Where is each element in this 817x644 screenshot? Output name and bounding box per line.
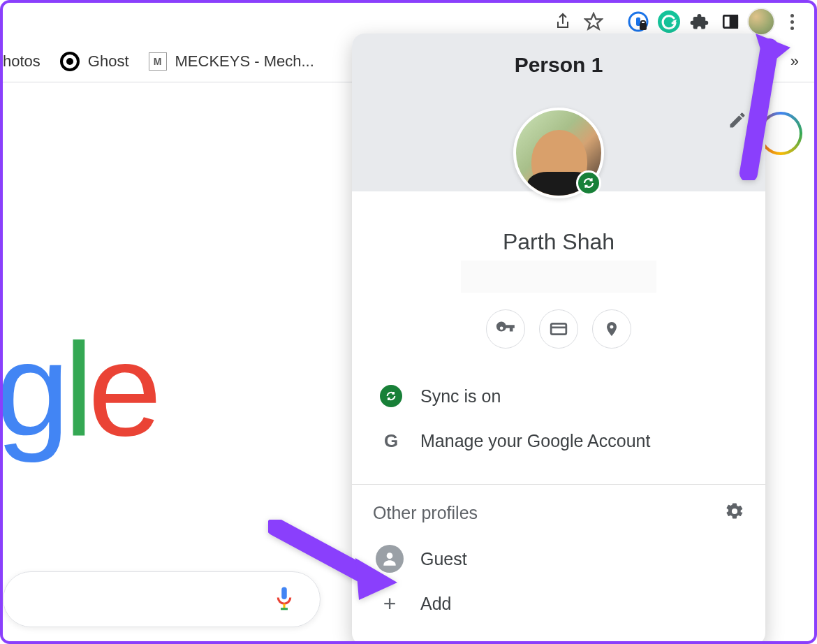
svg-rect-11 xyxy=(551,323,566,334)
sync-status-label: Sync is on xyxy=(420,386,501,407)
bookmark-ghost[interactable]: Ghost xyxy=(60,52,129,71)
passwords-button[interactable] xyxy=(486,309,525,349)
guest-label: Guest xyxy=(420,549,467,569)
manage-account-label: Manage your Google Account xyxy=(420,431,650,451)
meckeys-favicon-icon: M xyxy=(149,52,167,71)
quick-actions-row xyxy=(373,309,744,349)
extensions-puzzle-icon[interactable] xyxy=(684,6,715,37)
popup-header: Person 1 xyxy=(352,34,765,191)
credit-card-icon xyxy=(550,320,568,338)
extension-grammarly-icon[interactable] xyxy=(654,6,684,37)
bookmarks-overflow-icon[interactable]: » xyxy=(790,52,814,71)
manage-account-row[interactable]: G Manage your Google Account xyxy=(373,418,744,463)
action-list: Sync is on G Manage your Google Account xyxy=(373,374,744,463)
google-g-icon: G xyxy=(378,428,404,453)
profile-title: Person 1 xyxy=(367,53,750,77)
bookmark-label: Ghost xyxy=(88,52,129,71)
location-pin-icon xyxy=(603,321,620,337)
svg-marker-15 xyxy=(355,558,397,600)
annotation-arrow-bottom xyxy=(268,520,401,606)
sync-status-row[interactable]: Sync is on xyxy=(373,374,744,418)
svg-marker-0 xyxy=(585,13,601,29)
user-name: Parth Shah xyxy=(373,229,744,255)
profile-switcher-popup: Person 1 Parth Shah xyxy=(352,34,765,644)
extension-onepassword-icon[interactable] xyxy=(623,6,654,37)
sync-badge-icon xyxy=(576,170,601,196)
divider xyxy=(352,484,765,485)
bookmark-photos[interactable]: hotos xyxy=(3,52,41,71)
svg-rect-4 xyxy=(641,21,645,24)
bookmark-meckeys[interactable]: M MECKEYS - Mech... xyxy=(149,52,314,71)
guest-profile-row[interactable]: Guest xyxy=(373,536,744,581)
ghost-favicon-icon xyxy=(60,52,80,71)
profile-settings-button[interactable] xyxy=(725,502,744,524)
sync-on-icon xyxy=(380,385,402,407)
popup-footer: Other profiles Guest + Add xyxy=(352,489,765,644)
share-icon[interactable] xyxy=(547,6,578,37)
bookmark-label: MECKEYS - Mech... xyxy=(175,52,314,71)
profile-avatar-large xyxy=(513,108,604,198)
key-icon xyxy=(496,319,515,339)
add-profile-row[interactable]: + Add xyxy=(373,581,744,626)
annotation-arrow-top xyxy=(728,27,790,183)
add-label: Add xyxy=(420,594,451,614)
google-logo: gle xyxy=(0,313,156,465)
popup-body: Parth Shah Sync is on xyxy=(352,191,765,480)
bookmark-star-icon[interactable] xyxy=(578,6,609,37)
bookmark-label: hotos xyxy=(3,52,41,71)
addresses-button[interactable] xyxy=(592,309,631,349)
gear-icon xyxy=(725,502,744,521)
payments-button[interactable] xyxy=(539,309,578,349)
user-email-redacted xyxy=(461,261,656,293)
